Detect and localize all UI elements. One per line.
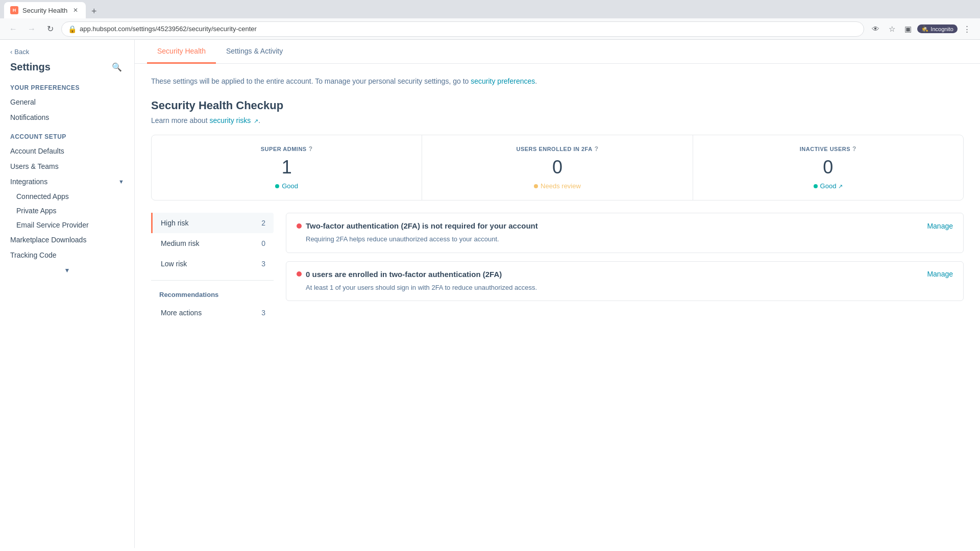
risk-item-low[interactable]: Low risk 3 [151, 254, 274, 274]
risk-divider [151, 280, 274, 281]
super-admins-status-dot [275, 184, 279, 188]
risk-items: High risk 2 Medium risk 0 Low risk 3 [151, 213, 274, 274]
nav-actions: 👁 ☆ ▣ 🕵 Incognito ⋮ [868, 22, 974, 36]
risk-item-high[interactable]: High risk 2 [151, 213, 274, 233]
risk-item-more-actions[interactable]: More actions 3 [151, 303, 274, 323]
medium-risk-label: Medium risk [161, 239, 199, 247]
security-preferences-link-label: security preferences [471, 77, 535, 85]
security-risks-link[interactable]: security risks ↗ [209, 116, 258, 124]
email-service-label: Email Service Provider [16, 221, 89, 229]
risk-item-medium[interactable]: Medium risk 0 [151, 233, 274, 254]
issue-2-title: 0 users are enrolled in two-factor authe… [306, 270, 502, 279]
low-risk-count: 3 [261, 260, 265, 268]
your-preferences-section: Your Preferences General Notifications [0, 78, 134, 127]
navigation-bar: ← → ↻ 🔒 app.hubspot.com/settings/4523956… [0, 18, 980, 40]
super-admins-help-icon[interactable]: ? [309, 145, 313, 153]
checkup-subtitle-prefix: Learn more about [151, 116, 208, 124]
sidebar-item-connected-apps[interactable]: Connected Apps [0, 189, 134, 204]
issue-card-1: Two-factor authentication (2FA) is not r… [286, 213, 964, 253]
security-risks-link-label: security risks [209, 116, 251, 124]
scroll-indicator: ▼ [0, 265, 134, 276]
inactive-users-status: Good ↗ [701, 182, 955, 190]
risk-layout: High risk 2 Medium risk 0 Low risk 3 [151, 213, 964, 323]
issue-1-header: Two-factor authentication (2FA) is not r… [297, 221, 953, 230]
back-button[interactable]: ← [6, 22, 20, 36]
new-tab-button[interactable]: + [87, 4, 101, 18]
users-teams-label: Users & Teams [10, 162, 59, 170]
intro-text: These settings will be applied to the en… [151, 76, 964, 87]
sidebar-item-integrations[interactable]: Integrations ▼ [0, 174, 134, 189]
lock-icon: 🔒 [68, 25, 77, 33]
issue-1-description: Requiring 2FA helps reduce unauthorized … [306, 234, 953, 244]
tab-security-health[interactable]: Security Health [147, 40, 216, 64]
notifications-label: Notifications [10, 113, 49, 121]
users-2fa-help-icon[interactable]: ? [595, 145, 599, 153]
sidebar: ‹ Back Settings 🔍 Your Preferences Gener… [0, 40, 135, 548]
risk-panel: High risk 2 Medium risk 0 Low risk 3 [151, 213, 274, 323]
main-content: Security Health Settings & Activity Thes… [135, 40, 980, 548]
checkup-title: Security Health Checkup [151, 99, 964, 112]
sidebar-item-marketplace[interactable]: Marketplace Downloads [0, 232, 134, 247]
sidebar-item-users-teams[interactable]: Users & Teams [0, 159, 134, 174]
sidebar-item-account-defaults[interactable]: Account Defaults [0, 143, 134, 159]
stats-card: SUPER ADMINS ? 1 Good USERS ENROLLED IN … [151, 135, 964, 201]
account-setup-heading: Account Setup [0, 133, 134, 143]
menu-button[interactable]: ⋮ [960, 22, 974, 36]
users-2fa-status-link[interactable]: Needs review [541, 182, 581, 190]
intro-prefix: These settings will be applied to the en… [151, 77, 469, 85]
sidebar-header: ‹ Back Settings 🔍 [0, 40, 134, 78]
active-tab[interactable]: H Security Health ✕ [4, 2, 86, 18]
address-bar[interactable]: 🔒 app.hubspot.com/settings/45239562/secu… [61, 21, 864, 37]
issue-1-manage-button[interactable]: Manage [927, 222, 953, 230]
incognito-badge: 🕵 Incognito [917, 24, 958, 33]
inactive-users-status-link[interactable]: Good ↗ [820, 182, 843, 190]
checkup-subtitle: Learn more about security risks ↗. [151, 116, 964, 124]
tab-settings-activity-label: Settings & Activity [226, 47, 283, 55]
high-risk-count: 2 [261, 219, 265, 227]
more-actions-count: 3 [261, 309, 265, 317]
users-2fa-label-text: USERS ENROLLED IN 2FA [516, 146, 592, 152]
chevron-down-icon: ▼ [118, 179, 124, 185]
inactive-users-label-text: INACTIVE USERS [800, 146, 850, 152]
bookmark-icon[interactable]: ☆ [885, 22, 899, 36]
tab-settings-activity[interactable]: Settings & Activity [216, 40, 293, 64]
back-link[interactable]: ‹ Back [10, 48, 124, 56]
super-admins-status-label: Good [282, 182, 298, 190]
issue-1-red-dot [297, 223, 302, 229]
sidebar-item-notifications[interactable]: Notifications [0, 110, 134, 125]
connected-apps-label: Connected Apps [16, 192, 69, 201]
split-view-icon[interactable]: ▣ [901, 22, 915, 36]
super-admins-status-link[interactable]: Good [282, 182, 298, 190]
private-apps-label: Private Apps [16, 207, 57, 215]
sidebar-search-button[interactable]: 🔍 [110, 60, 124, 74]
issue-2-manage-label: Manage [927, 270, 953, 278]
sidebar-item-tracking-code[interactable]: Tracking Code [0, 247, 134, 263]
issues-panel: Two-factor authentication (2FA) is not r… [286, 213, 964, 323]
more-actions-label: More actions [161, 309, 202, 317]
inactive-users-help-icon[interactable]: ? [852, 145, 856, 153]
tab-close-button[interactable]: ✕ [71, 6, 80, 14]
issue-1-title-row: Two-factor authentication (2FA) is not r… [297, 221, 538, 230]
refresh-button[interactable]: ↻ [43, 22, 57, 36]
recommendations-label: Recommendations [151, 287, 274, 303]
inactive-users-value: 0 [701, 157, 955, 178]
super-admins-label: SUPER ADMINS ? [160, 145, 413, 153]
issue-2-red-dot [297, 271, 302, 277]
issue-2-manage-button[interactable]: Manage [927, 270, 953, 278]
inactive-users-label: INACTIVE USERS ? [701, 145, 955, 153]
checkup-subtitle-suffix: . [258, 116, 260, 124]
security-preferences-link[interactable]: security preferences [471, 77, 535, 85]
users-2fa-status: Needs review [430, 182, 684, 190]
sidebar-item-general[interactable]: General [0, 94, 134, 110]
incognito-label: Incognito [930, 26, 953, 32]
sidebar-item-email-service[interactable]: Email Service Provider [0, 218, 134, 232]
users-2fa-value: 0 [430, 157, 684, 178]
users-2fa-status-label: Needs review [541, 182, 581, 190]
forward-button[interactable]: → [24, 22, 39, 36]
sidebar-item-private-apps[interactable]: Private Apps [0, 204, 134, 218]
marketplace-label: Marketplace Downloads [10, 236, 86, 244]
low-risk-label: Low risk [161, 260, 187, 268]
tab-label: Security Health [22, 7, 67, 14]
users-2fa-status-dot [534, 184, 538, 188]
external-link-icon: ↗ [254, 118, 258, 124]
